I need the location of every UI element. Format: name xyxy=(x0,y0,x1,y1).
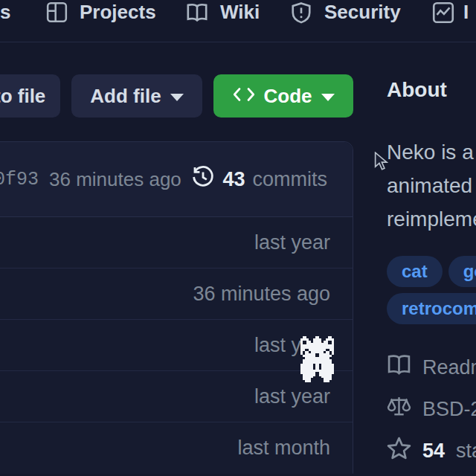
readme-label: Readme xyxy=(422,356,476,379)
book-icon xyxy=(387,353,411,382)
code-icon xyxy=(233,85,255,108)
chevron-down-icon xyxy=(170,94,184,101)
book-icon xyxy=(186,1,208,24)
main-nav: s Projects Wiki Security I xyxy=(0,0,476,42)
commit-time: 36 minutes ago xyxy=(49,168,181,191)
file-row-time: last month xyxy=(237,437,330,460)
code-button[interactable]: Code xyxy=(213,74,353,118)
nav-item-security[interactable]: Security xyxy=(290,1,401,24)
table-icon xyxy=(46,1,68,23)
nav-item-partial-issues[interactable]: s xyxy=(0,1,10,24)
readme-link[interactable]: Readme xyxy=(387,355,476,380)
file-row-time: 36 minutes ago xyxy=(193,283,330,306)
about-description: Neko is a animated reimplementation xyxy=(387,135,476,236)
about-title: About xyxy=(387,78,447,102)
graph-icon xyxy=(432,1,454,24)
neko-cat-sprite xyxy=(300,336,334,382)
file-row-time: last year xyxy=(254,385,330,408)
nav-item-projects[interactable]: Projects xyxy=(46,1,156,24)
file-row[interactable]: last year xyxy=(0,217,353,268)
shield-icon xyxy=(290,1,312,24)
topic-tag-retrocomputing[interactable]: retrocomputing xyxy=(387,293,476,324)
about-description-line: Neko is a xyxy=(387,135,476,169)
commit-bar[interactable]: 0f93 36 minutes ago 43 commits xyxy=(0,142,353,217)
stars-link[interactable]: 54 stars xyxy=(387,438,476,463)
file-row[interactable]: 36 minutes ago xyxy=(0,268,353,320)
license-label: BSD-2-Clause xyxy=(422,398,476,421)
mouse-cursor xyxy=(374,152,390,174)
file-row[interactable]: last year xyxy=(0,320,353,371)
nav-item-wiki[interactable]: Wiki xyxy=(186,1,260,24)
law-icon xyxy=(387,394,411,424)
about-description-line: reimplementation xyxy=(387,202,476,236)
stars-count: 54 xyxy=(422,440,445,463)
file-row[interactable]: last month xyxy=(0,422,353,474)
file-table-panel: 0f93 36 minutes ago 43 commits last year… xyxy=(0,141,353,474)
file-row[interactable]: last year xyxy=(0,371,353,422)
nav-item-label: I xyxy=(463,1,469,24)
star-icon xyxy=(387,436,411,466)
commits-count: 43 xyxy=(222,168,245,191)
nav-item-label: Security xyxy=(324,1,401,24)
about-description-line: animated xyxy=(387,169,476,202)
topic-tag-cat[interactable]: cat xyxy=(387,256,443,287)
nav-item-label: Projects xyxy=(80,1,156,24)
go-to-file-button[interactable]: Go to file xyxy=(0,74,60,118)
commits-label: commits xyxy=(253,168,328,191)
code-label: Code xyxy=(264,85,312,108)
file-row-time: last year xyxy=(254,231,330,254)
topic-tag-go[interactable]: go xyxy=(448,256,476,287)
chevron-down-icon xyxy=(321,94,335,101)
nav-item-label: Wiki xyxy=(220,1,260,24)
commits-link[interactable]: 43 commits xyxy=(191,165,327,194)
add-file-button[interactable]: Add file xyxy=(71,74,202,118)
nav-item-insights[interactable]: I xyxy=(432,1,469,24)
clock-history-icon xyxy=(191,165,215,194)
stars-label: stars xyxy=(456,440,476,463)
go-to-file-label: Go to file xyxy=(0,85,45,108)
add-file-label: Add file xyxy=(90,85,161,108)
commit-hash[interactable]: 0f93 xyxy=(0,169,39,190)
license-link[interactable]: BSD-2-Clause xyxy=(387,396,476,422)
